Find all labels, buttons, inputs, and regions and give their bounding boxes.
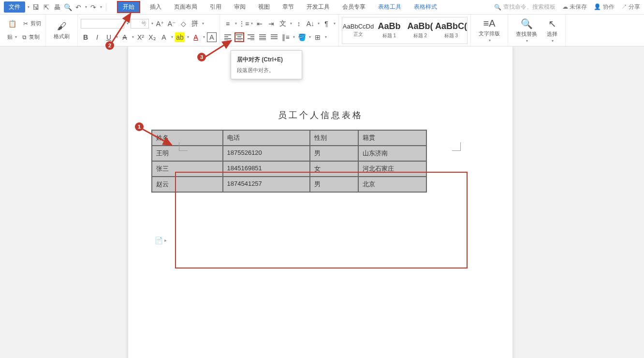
align-right-icon[interactable]: [246, 32, 256, 42]
paste-icon: 📋: [7, 19, 17, 29]
text-layout-button[interactable]: ≡A 文字排版▾: [474, 16, 505, 45]
format-painter-button[interactable]: 🖌 格式刷: [49, 19, 74, 42]
table-header-row[interactable]: 姓名 电话 性别 籍贯: [152, 130, 426, 146]
header-origin[interactable]: 籍贯: [358, 130, 426, 146]
line-spacing-up-icon[interactable]: ↕: [294, 19, 304, 29]
tab-page-layout[interactable]: 页面布局: [171, 1, 200, 13]
number-list-icon[interactable]: ⋮≡: [239, 19, 249, 29]
page-corner-mark: [179, 142, 188, 151]
increase-indent-icon[interactable]: ⇥: [266, 19, 276, 29]
line-spacing-icon[interactable]: ‖≡: [281, 32, 291, 42]
align-distribute-icon[interactable]: [269, 32, 279, 42]
sort-icon[interactable]: A↓: [306, 19, 315, 29]
ribbon: 📋 ✂剪切 贴▾ ⧉复制 🖌 格式刷 ▾ 号▾ A⁺ A⁻ ◇ 拼▾ B I U…: [0, 15, 644, 46]
tab-member[interactable]: 会员专享: [339, 1, 368, 13]
align-left-icon[interactable]: [223, 32, 233, 42]
tab-table-tools[interactable]: 表格工具: [375, 1, 404, 13]
grow-font-icon[interactable]: A⁺: [155, 19, 165, 29]
clear-format-icon[interactable]: ◇: [178, 19, 188, 29]
preview-icon[interactable]: 🔍: [63, 3, 72, 12]
align-justify-icon[interactable]: [258, 32, 267, 42]
tab-dev-tools[interactable]: 开发工具: [304, 1, 333, 13]
menu-tabs: 开始 插入 页面布局 引用 审阅 视图 章节 开发工具 会员专享 表格工具 表格…: [117, 1, 440, 13]
header-phone[interactable]: 电话: [223, 130, 310, 146]
save-icon[interactable]: 🖫: [31, 3, 40, 12]
brush-icon: 🖌: [57, 21, 67, 32]
text-layout-icon: ≡A: [483, 18, 495, 29]
document-title[interactable]: 员工个人信息表格: [147, 109, 493, 121]
tab-chapter[interactable]: 章节: [279, 1, 297, 13]
annotation-badge-3: 3: [197, 53, 206, 61]
shrink-font-icon[interactable]: A⁻: [167, 19, 176, 29]
paste-button[interactable]: 📋: [6, 18, 18, 30]
style-heading3[interactable]: AaBbC( 标题 3: [436, 18, 466, 43]
bold-icon[interactable]: B: [81, 32, 90, 42]
font-size-input[interactable]: 号: [131, 19, 149, 29]
asian-layout-icon[interactable]: 文: [278, 19, 288, 29]
text-effect-icon[interactable]: A: [159, 32, 169, 42]
header-gender[interactable]: 性别: [310, 130, 358, 146]
font-group: ▾ 号▾ A⁺ A⁻ ◇ 拼▾ B I U▾ A▾ X² X₂ A▾ ab▾ A…: [78, 15, 220, 46]
tab-review[interactable]: 审阅: [231, 1, 249, 13]
paragraph-group: ≡▾ ⋮≡▾ ⇤ ⇥ 文▾ ↕ A↓▾ ¶▾ ‖≡▾: [220, 15, 339, 46]
strike-icon[interactable]: A: [120, 32, 130, 42]
undo-icon[interactable]: ↶: [74, 3, 83, 12]
search-placeholder: 查找命令、搜索模板: [503, 3, 556, 11]
page-corner-mark: [452, 142, 461, 151]
table-row[interactable]: 王明 1875526120 男 山东济南: [152, 146, 426, 161]
tab-start[interactable]: 开始: [117, 1, 140, 13]
magnifier-icon: 🔍: [521, 18, 533, 30]
tab-view[interactable]: 视图: [255, 1, 273, 13]
decrease-indent-icon[interactable]: ⇤: [255, 19, 264, 29]
tab-reference[interactable]: 引用: [207, 1, 224, 13]
italic-icon[interactable]: I: [92, 32, 102, 42]
style-gallery[interactable]: AaBbCcDd 正文 AaBb 标题 1 AaBb( 标题 2 AaBbC( …: [342, 17, 468, 44]
style-normal[interactable]: AaBbCcDd 正文: [343, 18, 373, 43]
print-icon[interactable]: 🖶: [53, 3, 61, 12]
copy-button[interactable]: ⧉复制: [19, 32, 41, 42]
command-search[interactable]: 🔍 查找命令、搜索模板: [494, 3, 556, 11]
unsaved-status[interactable]: ☁ 未保存: [562, 3, 587, 11]
share-button[interactable]: ↗ 分享: [621, 3, 640, 11]
tooltip-description: 段落居中对齐。: [237, 67, 296, 74]
border-icon[interactable]: ⊞: [313, 32, 322, 42]
find-replace-button[interactable]: 🔍 查找替换▾: [511, 16, 542, 45]
superscript-icon[interactable]: X²: [136, 32, 146, 42]
cloud-icon: ☁: [562, 3, 568, 10]
highlight-icon[interactable]: ab: [175, 32, 185, 42]
search-icon: 🔍: [494, 4, 501, 11]
font-color-icon[interactable]: A: [191, 32, 201, 42]
subscript-icon[interactable]: X₂: [147, 32, 157, 42]
format-painter-group: 🖌 格式刷: [46, 15, 78, 46]
align-center-icon[interactable]: [234, 32, 244, 42]
text-layout-group: ≡A 文字排版▾: [471, 15, 508, 46]
file-menu[interactable]: 文件: [4, 1, 25, 13]
underline-icon[interactable]: U: [104, 32, 114, 42]
phonetic-icon[interactable]: 拼: [190, 19, 200, 29]
document-margin-icon[interactable]: 📄: [155, 237, 163, 244]
cut-button[interactable]: ✂剪切: [20, 19, 43, 29]
scissors-icon: ✂: [22, 20, 29, 28]
char-border-icon[interactable]: A: [207, 32, 217, 42]
copy-icon: ⧉: [20, 33, 28, 41]
show-marks-icon[interactable]: ¶: [322, 19, 331, 29]
redo-icon[interactable]: ↷: [89, 3, 98, 12]
select-button[interactable]: ↖ 选择▾: [542, 16, 562, 45]
tab-insert[interactable]: 插入: [147, 1, 164, 13]
topbar-right: 🔍 查找命令、搜索模板 ☁ 未保存 👤 协作 ↗ 分享: [494, 3, 640, 11]
font-name-input[interactable]: [81, 19, 124, 29]
annotation-badge-2: 2: [105, 41, 114, 50]
shading-icon[interactable]: 🪣: [297, 32, 307, 42]
annotation-badge-1: 1: [135, 122, 144, 131]
tooltip-title: 居中对齐 (Ctrl+E): [237, 56, 296, 64]
style-heading1[interactable]: AaBb 标题 1: [374, 18, 404, 43]
tab-table-style[interactable]: 表格样式: [411, 1, 440, 13]
styles-group: AaBbCcDd 正文 AaBb 标题 1 AaBb( 标题 2 AaBbC( …: [339, 15, 471, 46]
bullet-list-icon[interactable]: ≡: [223, 19, 233, 29]
paste-label: 贴: [7, 33, 13, 41]
collab-button[interactable]: 👤 协作: [594, 3, 614, 11]
editing-group: 🔍 查找替换▾ ↖ 选择▾: [508, 15, 566, 46]
style-heading2[interactable]: AaBb( 标题 2: [405, 18, 435, 43]
topbar-left: 文件▾ 🖫 ⇱ 🖶 🔍 ↶▾ ↷▾ 开始 插入 页面布局 引用 审阅 视图 章节…: [4, 1, 440, 13]
export-icon[interactable]: ⇱: [42, 3, 51, 12]
